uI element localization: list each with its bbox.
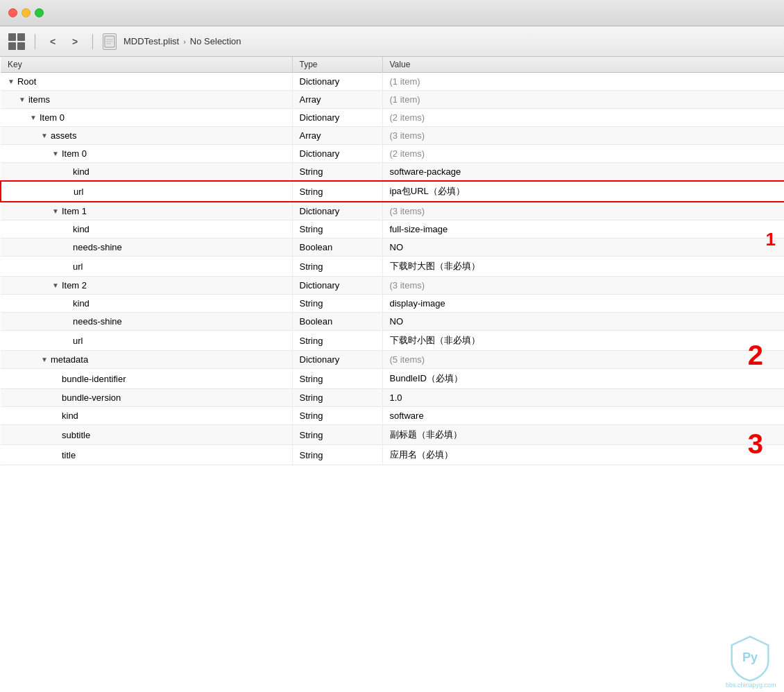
key-cell: kind bbox=[1, 163, 292, 182]
type-cell: Dictionary bbox=[292, 202, 382, 220]
key-label: kind bbox=[73, 224, 90, 234]
key-label: subtitle bbox=[62, 430, 90, 440]
value-cell: 下载时大图（非必填） bbox=[382, 257, 784, 277]
table-row[interactable]: urlString下载时大图（非必填） bbox=[1, 257, 784, 277]
key-cell: kind bbox=[1, 407, 292, 425]
titlebar bbox=[0, 0, 784, 26]
breadcrumb: MDDTest.plist › No Selection bbox=[123, 36, 241, 46]
filename-label: MDDTest.plist bbox=[123, 36, 179, 46]
key-label: assets bbox=[51, 130, 77, 141]
table-row[interactable]: kindStringsoftware-package bbox=[1, 163, 784, 182]
table-row[interactable]: bundle-versionString1.0 bbox=[1, 389, 784, 407]
key-label: kind bbox=[73, 166, 90, 177]
expand-icon[interactable] bbox=[41, 132, 48, 139]
table-row[interactable]: metadataDictionary(5 items) bbox=[1, 351, 784, 369]
table-row[interactable]: Item 0Dictionary(2 items) bbox=[1, 145, 784, 163]
toolbar-separator-2 bbox=[92, 34, 93, 49]
value-cell: (2 items) bbox=[382, 109, 784, 127]
maximize-button[interactable] bbox=[35, 8, 44, 17]
close-button[interactable] bbox=[8, 8, 17, 17]
table-row[interactable]: itemsArray(1 item) bbox=[1, 91, 784, 109]
key-label: kind bbox=[62, 410, 78, 421]
key-label: Item 1 bbox=[62, 206, 87, 216]
table-row[interactable]: RootDictionary(1 item) bbox=[1, 73, 784, 91]
selection-label: No Selection bbox=[190, 36, 241, 46]
minimize-button[interactable] bbox=[22, 8, 31, 17]
value-cell: (3 items) bbox=[382, 277, 784, 295]
table-row[interactable]: titleString应用名（必填） bbox=[1, 445, 784, 465]
key-label: needs-shine bbox=[73, 316, 122, 327]
plist-table: Key Type Value RootDictionary(1 item)ite… bbox=[0, 57, 784, 465]
annotation-3: 3 bbox=[748, 429, 763, 460]
key-cell: Item 0 bbox=[1, 109, 292, 127]
main-content: 1 2 3 Key Type Value RootDictionary(1 it… bbox=[0, 57, 784, 692]
value-cell: 下载时小图（非必填） bbox=[382, 331, 784, 351]
key-cell: needs-shine bbox=[1, 313, 292, 331]
value-cell: software-package bbox=[382, 163, 784, 182]
key-cell: bundle-identifier bbox=[1, 369, 292, 389]
watermark-text: bbs.chinapyg.com bbox=[726, 682, 774, 689]
type-cell: String bbox=[292, 389, 382, 407]
table-row[interactable]: assetsArray(3 items) bbox=[1, 127, 784, 145]
forward-button[interactable]: > bbox=[67, 34, 83, 49]
table-row[interactable]: urlStringipa包URL（必填） bbox=[1, 181, 784, 202]
type-cell: String bbox=[292, 331, 382, 351]
type-cell: String bbox=[292, 163, 382, 182]
type-cell: String bbox=[292, 369, 382, 389]
key-cell: title bbox=[1, 445, 292, 465]
expand-icon[interactable] bbox=[41, 356, 48, 363]
back-button[interactable]: < bbox=[45, 34, 60, 49]
type-cell: Boolean bbox=[292, 239, 382, 257]
type-cell: Dictionary bbox=[292, 351, 382, 369]
file-icon bbox=[103, 33, 117, 50]
value-cell: (1 item) bbox=[382, 91, 784, 109]
type-cell: Dictionary bbox=[292, 277, 382, 295]
col-header-value: Value bbox=[382, 57, 784, 73]
type-cell: String bbox=[292, 295, 382, 313]
table-row[interactable]: Item 0Dictionary(2 items) bbox=[1, 109, 784, 127]
key-cell: metadata bbox=[1, 351, 292, 369]
table-row[interactable]: needs-shineBooleanNO bbox=[1, 239, 784, 257]
toolbar: < > MDDTest.plist › No Selection bbox=[0, 26, 784, 57]
table-row[interactable]: subtitleString副标题（非必填） bbox=[1, 425, 784, 445]
expand-icon[interactable] bbox=[52, 282, 59, 289]
key-cell: subtitle bbox=[1, 425, 292, 445]
expand-icon[interactable] bbox=[52, 207, 59, 215]
breadcrumb-arrow: › bbox=[183, 37, 186, 46]
table-row[interactable]: kindStringdisplay-image bbox=[1, 295, 784, 313]
key-label: metadata bbox=[51, 354, 88, 365]
value-cell: (1 item) bbox=[382, 73, 784, 91]
type-cell: String bbox=[292, 220, 382, 239]
type-cell: String bbox=[292, 181, 382, 202]
key-label: Item 0 bbox=[62, 148, 87, 159]
table-row[interactable]: Item 1Dictionary(3 items) bbox=[1, 202, 784, 220]
svg-text:Py: Py bbox=[742, 650, 758, 664]
expand-icon[interactable] bbox=[52, 150, 59, 157]
value-cell: (5 items) bbox=[382, 351, 784, 369]
table-row[interactable]: Item 2Dictionary(3 items) bbox=[1, 277, 784, 295]
table-row[interactable]: urlString下载时小图（非必填） bbox=[1, 331, 784, 351]
table-header-row: Key Type Value bbox=[1, 57, 784, 73]
table-row[interactable]: needs-shineBooleanNO bbox=[1, 313, 784, 331]
grid-icon[interactable] bbox=[8, 33, 25, 50]
expand-icon[interactable] bbox=[19, 96, 26, 103]
key-cell: needs-shine bbox=[1, 239, 292, 257]
key-label: bundle-version bbox=[62, 392, 121, 403]
watermark: Py bbs.chinapyg.com bbox=[726, 634, 774, 682]
key-cell: items bbox=[1, 91, 292, 109]
table-row[interactable]: kindStringfull-size-image bbox=[1, 220, 784, 239]
key-cell: Item 0 bbox=[1, 145, 292, 163]
key-label: url bbox=[74, 187, 83, 197]
table-row[interactable]: bundle-identifierStringBundleID（必填） bbox=[1, 369, 784, 389]
annotation-1: 1 bbox=[766, 229, 776, 250]
type-cell: Dictionary bbox=[292, 109, 382, 127]
expand-icon[interactable] bbox=[8, 78, 15, 85]
key-cell: Item 1 bbox=[1, 202, 292, 220]
table-row[interactable]: kindStringsoftware bbox=[1, 407, 784, 425]
key-label: needs-shine bbox=[73, 242, 122, 252]
key-label: kind bbox=[73, 298, 90, 309]
expand-icon[interactable] bbox=[30, 114, 37, 121]
value-cell: 应用名（必填） bbox=[382, 445, 784, 465]
key-label: items bbox=[28, 94, 50, 105]
value-cell: NO bbox=[382, 313, 784, 331]
